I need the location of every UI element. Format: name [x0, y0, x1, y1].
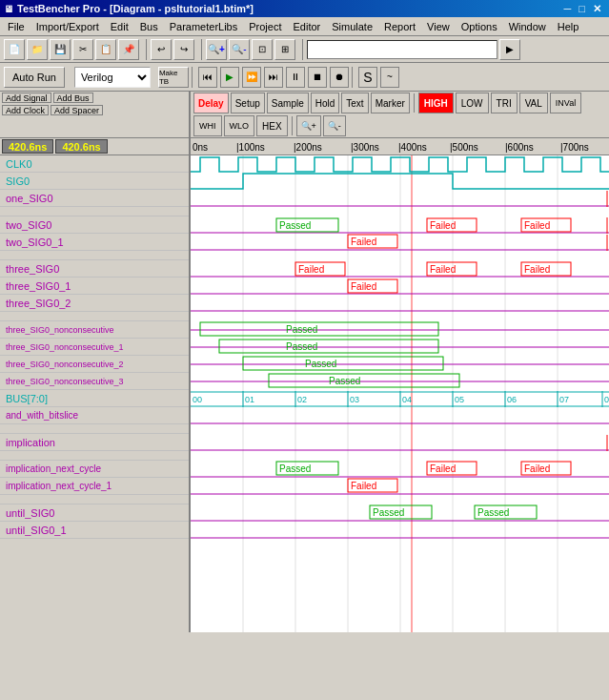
search-input[interactable] [307, 40, 497, 59]
language-select[interactable]: Verilog [74, 67, 151, 88]
copy-btn[interactable]: 📋 [95, 39, 116, 60]
high-mode-btn[interactable]: HIGH [418, 93, 454, 113]
svg-text:Failed: Failed [524, 220, 550, 231]
stop-btn[interactable]: ⏹ [308, 67, 327, 88]
menu-editor[interactable]: Editor [288, 19, 327, 34]
menu-import-export[interactable]: Import/Export [30, 19, 105, 34]
menu-project[interactable]: Project [243, 19, 287, 34]
svg-text:05: 05 [455, 395, 464, 404]
add-signal-button[interactable]: Add Signal [2, 93, 51, 103]
step-btn[interactable]: ⏭ [264, 67, 283, 88]
fast-fwd-btn[interactable]: ⏩ [242, 67, 261, 88]
svg-text:Failed: Failed [298, 264, 324, 275]
svg-text:|600ns: |600ns [505, 142, 534, 153]
low-mode-btn[interactable]: LOW [456, 93, 489, 113]
menu-bus[interactable]: Bus [134, 19, 164, 34]
sep2 [198, 39, 202, 60]
redo-btn[interactable]: ↪ [173, 39, 194, 60]
maximize-btn[interactable]: □ [575, 3, 589, 14]
save-btn[interactable]: 💾 [50, 39, 71, 60]
svg-text:01: 01 [245, 395, 254, 404]
sim-toolbar: Auto Run Verilog Make TB ⏮ ▶ ⏩ ⏭ ⏸ ⏹ ⏺ S… [0, 63, 609, 92]
paste-btn[interactable]: 📌 [118, 39, 139, 60]
spacer-5 [0, 451, 189, 461]
whi-mode-btn[interactable]: WHI [193, 115, 222, 136]
svg-text:0: 0 [604, 395, 609, 404]
to-end-btn[interactable]: ⏺ [330, 67, 349, 88]
hold-button[interactable]: Hold [311, 93, 340, 113]
search-go-btn[interactable]: ▶ [499, 39, 520, 60]
signal-two-sig0: two_SIG0 [0, 216, 189, 234]
inval-mode-btn[interactable]: INVal [550, 93, 581, 113]
tri-mode-btn[interactable]: TRI [491, 93, 518, 113]
menu-bar: File Import/Export Edit Bus ParameterLib… [0, 17, 609, 36]
wlo-mode-btn[interactable]: WLO [224, 115, 255, 136]
signal-three-sig0-2: three_SIG0_2 [0, 295, 189, 312]
signal-impl-next: implication_next_cycle [0, 461, 189, 478]
zoom-out2-btn[interactable]: 🔍- [323, 115, 346, 136]
connect-btn[interactable]: S [358, 67, 377, 88]
make-tb-btn[interactable]: Make TB [158, 67, 189, 88]
minimize-btn[interactable]: ─ [560, 3, 576, 14]
menu-edit[interactable]: Edit [105, 19, 134, 34]
spacer-2 [0, 251, 189, 260]
add-bus-button[interactable]: Add Bus [53, 93, 93, 103]
svg-text:|100ns: |100ns [236, 142, 265, 153]
svg-text:03: 03 [350, 395, 359, 404]
zoom-all-btn[interactable]: ⊞ [274, 39, 295, 60]
zoom-in-btn[interactable]: 🔍+ [206, 39, 227, 60]
sep3 [299, 39, 303, 60]
add-clock-button[interactable]: Add Clock [2, 105, 49, 115]
menu-file[interactable]: File [2, 19, 30, 34]
menu-simulate[interactable]: Simulate [326, 19, 378, 34]
zoom-in2-btn[interactable]: 🔍+ [296, 115, 321, 136]
new-btn[interactable]: 📄 [4, 39, 25, 60]
cut-btn[interactable]: ✂ [72, 39, 93, 60]
close-btn[interactable]: ✕ [589, 3, 605, 15]
delay-button[interactable]: Delay [193, 93, 229, 113]
menu-view[interactable]: View [421, 19, 456, 34]
svg-text:|400ns: |400ns [398, 142, 427, 153]
menu-window[interactable]: Window [503, 19, 552, 34]
open-btn[interactable]: 📁 [27, 39, 48, 60]
signal-until-sig0: until_SIG0 [0, 504, 189, 522]
undo-btn[interactable]: ↩ [151, 39, 172, 60]
signal-three-sig0: three_SIG0 [0, 260, 189, 278]
run-sim-btn[interactable]: ▶ [220, 67, 239, 88]
reset-sim-btn[interactable]: ⏮ [198, 67, 217, 88]
pause-btn[interactable]: ⏸ [286, 67, 305, 88]
svg-text:Failed: Failed [430, 463, 456, 474]
signal-three-nc: three_SIG0_nonconsecutive [0, 321, 189, 339]
add-spacer-button[interactable]: Add Spacer [51, 105, 103, 115]
signal-three-nc-3: three_SIG0_nonconsecutive_3 [0, 373, 189, 390]
menu-options[interactable]: Options [456, 19, 503, 34]
svg-text:02: 02 [297, 395, 307, 404]
zoom-out-btn[interactable]: 🔍- [229, 39, 250, 60]
text-button[interactable]: Text [341, 93, 368, 113]
window-title: TestBencher Pro - [Diagram - psltutorial… [17, 3, 254, 14]
waveform-display[interactable]: Passed Failed Failed Failed Failed Faile… [191, 155, 609, 632]
setup-button[interactable]: Setup [231, 93, 265, 113]
hex-mode-btn[interactable]: HEX [256, 115, 288, 136]
menu-report[interactable]: Report [378, 19, 421, 34]
wave-btn[interactable]: ~ [380, 67, 399, 88]
sample-button[interactable]: Sample [267, 93, 309, 113]
zoom-fit-btn[interactable]: ⊡ [252, 39, 273, 60]
auto-run-button[interactable]: Auto Run [4, 67, 65, 88]
svg-text:07: 07 [559, 395, 569, 404]
menu-parameterlibs[interactable]: ParameterLibs [164, 19, 244, 34]
svg-text:Failed: Failed [430, 264, 456, 275]
svg-text:|700ns: |700ns [560, 142, 589, 153]
val-mode-btn[interactable]: VAL [519, 93, 548, 113]
signal-name-panel: CLK0 SIG0 one_SIG0 two_SIG0 two_SIG0_1 t… [0, 155, 191, 632]
svg-text:Failed: Failed [351, 481, 376, 491]
signal-clk0: CLK0 [0, 155, 189, 173]
marker-button[interactable]: Marker [371, 93, 410, 113]
current-time-display: 420.6ns [2, 139, 53, 154]
svg-text:|300ns: |300ns [351, 142, 379, 153]
menu-help[interactable]: Help [552, 19, 585, 34]
svg-text:06: 06 [507, 395, 517, 404]
main-toolbar: 📄 📁 💾 ✂ 📋 📌 ↩ ↪ 🔍+ 🔍- ⊡ ⊞ ▶ [0, 36, 609, 63]
svg-text:0ns: 0ns [193, 142, 208, 153]
svg-text:Failed: Failed [351, 281, 376, 292]
